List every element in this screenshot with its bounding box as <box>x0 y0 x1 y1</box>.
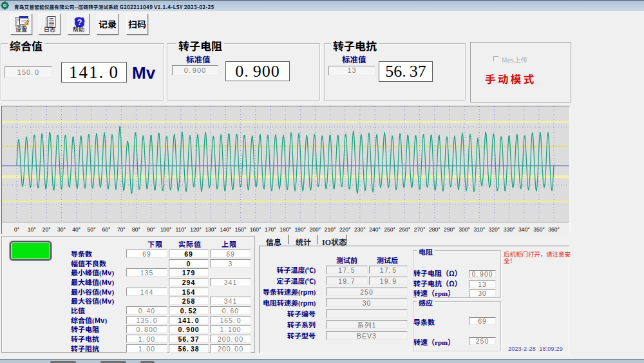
svg-text:60°: 60° <box>102 226 111 233</box>
svg-text:100°: 100° <box>160 226 172 233</box>
svg-text:350°: 350° <box>533 226 545 233</box>
svg-text:200°: 200° <box>310 226 321 233</box>
svg-text:190°: 190° <box>294 226 306 233</box>
svg-text:180°: 180° <box>279 226 291 233</box>
svg-text:130°: 130° <box>205 226 216 233</box>
svg-text:230°: 230° <box>354 226 366 233</box>
svg-text:70°: 70° <box>117 226 126 233</box>
svg-text:170°: 170° <box>265 226 276 233</box>
svg-text:140°: 140° <box>220 226 232 233</box>
svg-text:340°: 340° <box>518 226 530 233</box>
svg-text:270°: 270° <box>414 226 426 233</box>
svg-text:160°: 160° <box>250 226 261 233</box>
svg-text:330°: 330° <box>504 226 515 233</box>
svg-text:20°: 20° <box>43 226 51 233</box>
svg-text:90°: 90° <box>147 226 155 233</box>
svg-text:320°: 320° <box>489 226 500 233</box>
svg-text:280°: 280° <box>429 226 440 233</box>
svg-text:30°: 30° <box>57 226 66 233</box>
svg-text:260°: 260° <box>399 226 411 233</box>
svg-text:0°: 0° <box>14 226 19 233</box>
svg-text:310°: 310° <box>474 226 486 233</box>
svg-text:360°: 360° <box>548 226 560 233</box>
svg-text:120°: 120° <box>190 226 202 233</box>
svg-text:80°: 80° <box>132 226 140 233</box>
svg-text:110°: 110° <box>175 226 186 233</box>
svg-text:290°: 290° <box>444 226 455 233</box>
svg-text:250°: 250° <box>384 226 395 233</box>
svg-text:220°: 220° <box>339 226 351 233</box>
svg-text:240°: 240° <box>369 226 381 233</box>
svg-text:150°: 150° <box>235 226 247 233</box>
svg-text:210°: 210° <box>325 226 336 233</box>
svg-text:300°: 300° <box>459 226 470 233</box>
svg-text:10°: 10° <box>28 226 36 233</box>
svg-text:50°: 50° <box>87 226 95 233</box>
svg-text:40°: 40° <box>72 226 80 233</box>
